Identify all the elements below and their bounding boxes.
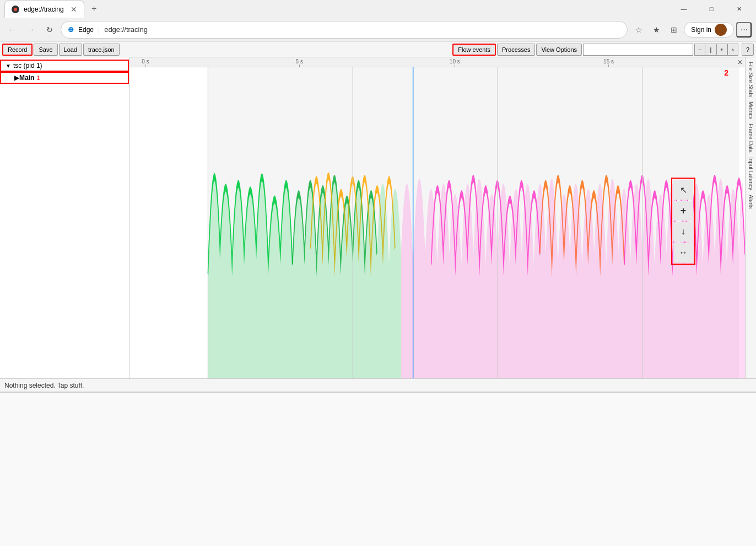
tab-close-button[interactable]: ✕ [71,5,77,14]
favorites-button[interactable]: ☆ [631,22,646,38]
time-tick-0: 0 s [142,58,149,67]
trace-visualization [129,67,745,378]
tracing-main: ▼ tsc (pid 1) ▶ Main 1 ✕ 0 s 5 s [0,57,756,378]
thread-name: Main [19,74,34,82]
annotation-1-label: 1 [36,74,40,81]
thread-expand-icon: ▶ [14,74,19,82]
zoom-minus-button[interactable]: − [694,44,705,56]
forward-button[interactable]: → [23,22,39,38]
tab-favicon [12,6,19,13]
view-options-button[interactable]: View Options [536,44,582,56]
minimize-button[interactable]: — [671,0,696,18]
flow-events-button[interactable]: Flow events [452,44,496,56]
new-tab-button[interactable]: + [87,1,102,17]
time-tick-2: 10 s [450,58,460,67]
right-sidebar: File Size Stats Metrics Frame Data Input… [745,57,756,378]
nav-bar: ← → ↻ ⊕ Edge | edge://tracing ☆ ★ ⊞ Sign… [0,18,756,42]
maximize-button[interactable]: □ [699,0,724,18]
controls-grid: ↖ + ↓ ↔ [673,180,693,263]
timeline-container: ✕ 0 s 5 s 10 s 15 s [129,57,745,378]
bottom-area [0,392,756,546]
sign-in-label: Sign in [691,26,711,34]
status-bar: Nothing selected. Tap stuff. [0,378,756,392]
browser-menu-button[interactable]: ⋯ [736,22,752,38]
sidebar-metrics[interactable]: Metrics [747,99,755,121]
nav-actions: ☆ ★ ⊞ Sign in ⋯ [631,22,752,38]
avatar [715,24,727,36]
timeline-close-button[interactable]: ✕ [737,58,743,66]
ctrl-row-1: ↖ [673,180,693,200]
time-ruler: ✕ 0 s 5 s 10 s 15 s [129,57,745,67]
time-tick-1: 5 s [296,58,303,67]
process-label: tsc (pid 1) [13,62,42,69]
trace-canvas[interactable]: 2 ↖ + ↓ ↔ [129,67,745,378]
annotation-2-label: 2 [724,68,728,77]
load-button[interactable]: Load [59,44,82,56]
browser-tab[interactable]: edge://tracing ✕ [4,0,84,18]
address-separator: | [98,26,100,34]
record-button[interactable]: Record [2,44,33,56]
cursor-tool-button[interactable]: ↖ [673,180,693,200]
process-item[interactable]: ▼ tsc (pid 1) [0,60,129,72]
ctrl-row-3: ↓ [673,222,693,242]
title-bar-left: edge://tracing ✕ + [4,0,102,18]
ctrl-row-2: + [673,201,693,221]
status-message: Nothing selected. Tap stuff. [4,382,84,389]
zoom-separator: | [705,44,716,56]
search-input[interactable] [583,44,693,56]
browser-window: edge://tracing ✕ + — □ ✕ ← → ↻ ⊕ Edge | … [0,0,756,546]
back-button[interactable]: ← [4,22,20,38]
ctrl-row-4: ↔ [673,243,693,263]
zoom-fit-tool-button[interactable]: ↔ [673,243,693,263]
collections-button[interactable]: ★ [649,22,664,38]
edge-logo: ⊕ [68,25,74,34]
tracing-toolbar: Record Save Load trace.json Flow events … [0,42,756,57]
address-bar[interactable]: ⊕ Edge | edge://tracing [61,21,628,39]
sidebar-input-latency[interactable]: Input Latency [747,155,755,192]
time-tick-3: 15 s [603,58,614,67]
edge-label: Edge [78,26,94,34]
tab-title: edge://tracing [24,6,64,13]
sidebar-alerts[interactable]: Alerts [747,192,755,211]
extensions-button[interactable]: ⊞ [666,22,682,38]
thread-item[interactable]: ▶ Main 1 [0,72,129,84]
processes-button[interactable]: Processes [497,44,535,56]
zoom-controls: − | + › [694,44,738,56]
help-button[interactable]: ? [742,44,754,56]
sidebar-file-size-stats[interactable]: File Size Stats [747,60,755,99]
address-text: edge://tracing [104,25,620,34]
zoom-in-tool-button[interactable]: + [673,201,693,221]
sign-in-button[interactable]: Sign in [684,22,734,38]
left-panel: ▼ tsc (pid 1) ▶ Main 1 [0,57,129,378]
toolbar-right: Flow events Processes View Options − | +… [452,44,754,56]
expand-icon: ▼ [6,63,11,69]
title-bar: edge://tracing ✕ + — □ ✕ [0,0,756,18]
title-bar-right: — □ ✕ [671,0,752,18]
zoom-down-tool-button[interactable]: ↓ [673,222,693,242]
sidebar-frame-data[interactable]: Frame Data [747,121,755,155]
zoom-arrow-button[interactable]: › [727,44,738,56]
reload-button[interactable]: ↻ [42,22,57,38]
close-button[interactable]: ✕ [726,0,752,18]
trace-json-button[interactable]: trace.json [83,44,120,56]
zoom-plus-button[interactable]: + [716,44,727,56]
process-tree: ▼ tsc (pid 1) ▶ Main 1 [0,57,129,86]
controls-outer-box: ↖ + ↓ ↔ [671,178,695,265]
save-button[interactable]: Save [34,44,57,56]
